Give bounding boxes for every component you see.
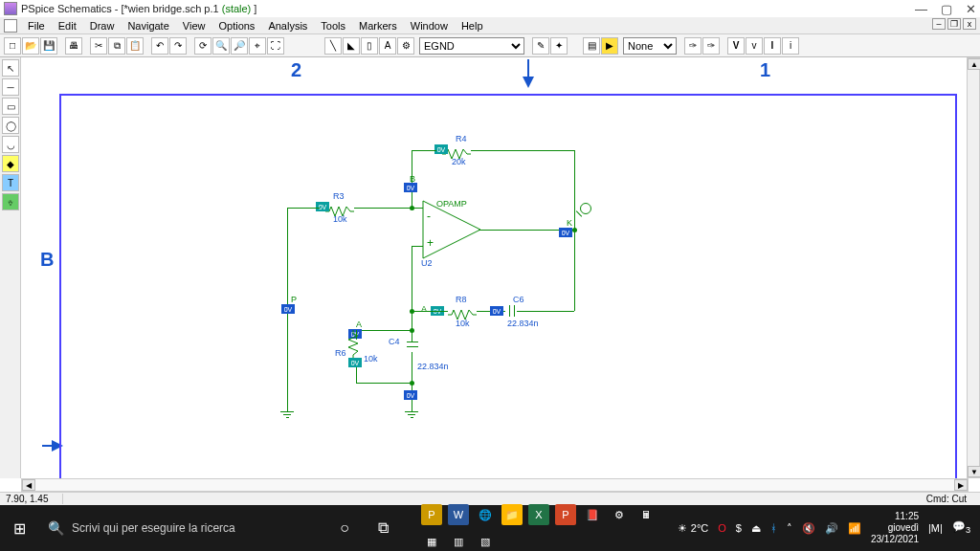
menu-file[interactable]: File: [21, 20, 52, 32]
opamp-ref[interactable]: U2: [421, 258, 433, 268]
mdi-minimize[interactable]: –: [932, 18, 946, 30]
r8-ref[interactable]: R8: [456, 295, 467, 304]
tool-circle-icon[interactable]: ◯: [2, 117, 19, 134]
c6-val[interactable]: 22.834n: [507, 319, 539, 328]
save-icon[interactable]: 💾: [40, 37, 57, 55]
r3-val[interactable]: 10k: [333, 214, 347, 224]
menu-options[interactable]: Options: [212, 20, 261, 32]
tray-wifi-icon[interactable]: 📶: [848, 522, 861, 535]
marker-r3[interactable]: 0V: [316, 202, 329, 211]
show-i-icon[interactable]: I: [764, 37, 781, 55]
maximize-button[interactable]: ▢: [941, 2, 952, 16]
taskbar-search[interactable]: 🔍 Scrivi qui per eseguire la ricerca: [38, 520, 306, 536]
paste-icon[interactable]: 📋: [126, 37, 144, 55]
r4-ref[interactable]: R4: [456, 134, 467, 143]
menu-edit[interactable]: Edit: [52, 20, 83, 32]
new-icon[interactable]: □: [4, 37, 21, 55]
print-icon[interactable]: 🖶: [65, 37, 82, 55]
edit-attr-icon[interactable]: ✎: [532, 37, 549, 55]
start-button[interactable]: ⊞: [0, 505, 38, 551]
app-misc1[interactable]: ▦: [421, 531, 442, 551]
app-acrobat[interactable]: 📕: [582, 504, 603, 525]
r6-ref[interactable]: R6: [335, 348, 346, 358]
marker-r8c6[interactable]: 0V: [490, 306, 503, 316]
part-combo[interactable]: EGND: [419, 37, 524, 55]
app-chrome[interactable]: 🌐: [475, 504, 496, 525]
marker-v-icon[interactable]: ✑: [684, 37, 702, 55]
tray-bluetooth-icon[interactable]: ᚼ: [770, 522, 777, 534]
tray-opera-icon[interactable]: O: [718, 522, 726, 534]
tray-chevron-icon[interactable]: ˄: [787, 522, 792, 535]
menu-tools[interactable]: Tools: [314, 20, 352, 32]
menu-view[interactable]: View: [176, 20, 212, 32]
zoom-fit-icon[interactable]: ⛶: [267, 37, 284, 55]
resistor-r8[interactable]: [448, 306, 477, 316]
marker-gnd[interactable]: 0V: [404, 390, 417, 400]
scroll-left-icon[interactable]: ◀: [22, 479, 35, 491]
draw-wire-icon[interactable]: ╲: [324, 37, 342, 55]
voltage-probe[interactable]: [580, 203, 591, 214]
resistor-r6[interactable]: [352, 330, 362, 359]
tool-text-icon[interactable]: T: [2, 174, 19, 191]
app-powerpoint[interactable]: P: [555, 504, 576, 525]
menu-help[interactable]: Help: [455, 20, 490, 32]
toggle-v-icon[interactable]: v: [746, 37, 763, 55]
app-pspice[interactable]: P: [421, 504, 442, 525]
menu-draw[interactable]: Draw: [83, 20, 122, 32]
tray-usb-icon[interactable]: ⏏: [751, 522, 761, 535]
scroll-right-icon[interactable]: ▶: [954, 479, 968, 491]
schematic-canvas[interactable]: 2 1 B R4 20k 0V R3 10k 0V -: [31, 57, 970, 469]
setup-icon[interactable]: ▤: [583, 37, 600, 55]
menu-navigate[interactable]: Navigate: [121, 20, 175, 32]
app-calc[interactable]: 🖩: [635, 504, 657, 525]
resistor-r3[interactable]: [325, 203, 354, 212]
cortana-icon[interactable]: ○: [325, 505, 364, 551]
tray-clock[interactable]: 11:25 giovedì 23/12/2021: [871, 511, 919, 545]
menu-analysis[interactable]: Analysis: [261, 20, 314, 32]
tray-mute-icon[interactable]: 🔇: [802, 522, 815, 535]
marker-r4[interactable]: 0V: [434, 144, 448, 154]
zoom-in-icon[interactable]: 🔍: [212, 37, 230, 55]
tray-volume-icon[interactable]: 🔊: [825, 522, 838, 535]
tool-insert-icon[interactable]: ⎀: [2, 193, 19, 210]
marker-r6[interactable]: 0V: [348, 358, 362, 367]
menu-markers[interactable]: Markers: [352, 20, 404, 32]
close-button[interactable]: ✕: [966, 2, 976, 16]
c4-val[interactable]: 22.834n: [417, 362, 449, 371]
c6-ref[interactable]: C6: [513, 295, 524, 304]
copy-icon[interactable]: ⧉: [108, 37, 125, 55]
tray-ime-icon[interactable]: |M|: [928, 522, 943, 534]
tool-rect-icon[interactable]: ▭: [2, 98, 19, 115]
app-misc3[interactable]: ▧: [475, 531, 496, 551]
r4-val[interactable]: 20k: [452, 157, 466, 166]
scroll-down-icon[interactable]: ▼: [968, 466, 980, 477]
tray-notifications-icon[interactable]: 💬3: [952, 520, 970, 535]
scroll-up-icon[interactable]: ▲: [968, 58, 980, 70]
cut-icon[interactable]: ✂: [90, 37, 107, 55]
simulate-icon[interactable]: ▶: [601, 37, 618, 55]
redraw-icon[interactable]: ⟳: [194, 37, 212, 55]
draw-bus-icon[interactable]: ◣: [343, 37, 360, 55]
zoom-area-icon[interactable]: ⌖: [249, 37, 266, 55]
app-settings[interactable]: ⚙: [609, 504, 630, 525]
redo-icon[interactable]: ↷: [169, 37, 187, 55]
draw-text-icon[interactable]: A: [379, 37, 396, 55]
r3-ref[interactable]: R3: [333, 191, 345, 201]
draw-block-icon[interactable]: ▯: [361, 37, 378, 55]
toggle-i-icon[interactable]: i: [782, 37, 799, 55]
vertical-scrollbar[interactable]: ▲ ▼: [967, 57, 980, 478]
tool-poly-icon[interactable]: ◆: [2, 155, 19, 172]
app-excel[interactable]: X: [528, 504, 549, 525]
app-misc2[interactable]: ▥: [448, 531, 469, 551]
undo-icon[interactable]: ↶: [151, 37, 168, 55]
capacitor-c4[interactable]: [407, 342, 418, 353]
taskview-icon[interactable]: ⧉: [364, 505, 402, 551]
mdi-restore[interactable]: ❐: [947, 18, 961, 30]
r6-val[interactable]: 10k: [364, 354, 378, 364]
mdi-close[interactable]: x: [963, 18, 976, 30]
horizontal-scrollbar[interactable]: ◀ ▶: [21, 478, 969, 492]
minimize-button[interactable]: —: [915, 2, 927, 16]
marker-b[interactable]: 0V: [404, 183, 417, 192]
menu-window[interactable]: Window: [404, 20, 455, 32]
opamp-name[interactable]: OPAMP: [436, 199, 467, 209]
